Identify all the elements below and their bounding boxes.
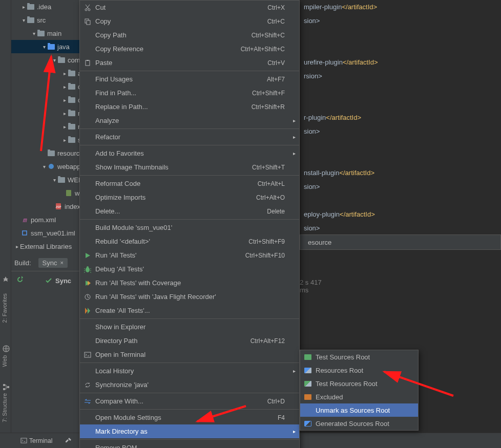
folder-icon xyxy=(27,16,35,24)
submenu-item-excluded[interactable]: Excluded xyxy=(300,390,418,403)
menu-item-create-tests[interactable]: Create 'All Tests'... xyxy=(80,304,299,317)
menu-item-local-history[interactable]: Local History ▸ xyxy=(80,364,299,378)
svg-rect-12 xyxy=(87,20,90,25)
rail-structure[interactable]: 7: Structure xyxy=(0,389,9,426)
folder-icon xyxy=(37,29,45,37)
menu-item-mark-directory-as[interactable]: Mark Directory as ▸ xyxy=(80,424,299,438)
menu-item-show-explorer[interactable]: Show in Explorer xyxy=(80,320,299,334)
jfr-icon xyxy=(80,293,95,301)
hammer-icon xyxy=(65,437,72,444)
menu-item-cut[interactable]: Cut Ctrl+X xyxy=(80,1,299,14)
menu-item-debug[interactable]: Debug 'All Tests' xyxy=(80,262,299,276)
submenu-arrow-icon: ▸ xyxy=(289,368,299,374)
svg-rect-1 xyxy=(3,384,5,386)
svg-rect-13 xyxy=(86,60,90,66)
terminal-tool-button[interactable]: Terminal xyxy=(20,437,52,444)
menu-item-build-module[interactable]: Build Module 'ssm_vue01' xyxy=(80,221,299,234)
tree-label: .idea xyxy=(37,3,51,11)
menu-item-run[interactable]: Run 'All Tests' Ctrl+Shift+F10 xyxy=(80,248,299,262)
package-icon xyxy=(68,82,76,91)
close-icon[interactable]: × xyxy=(60,260,63,266)
menu-item-synchronize[interactable]: Synchronize 'java' xyxy=(80,378,299,392)
menu-item-reformat[interactable]: Reformat Code Ctrl+Alt+L xyxy=(80,177,299,190)
expand-arrow-icon[interactable]: ▸ xyxy=(61,111,68,116)
pin-icon[interactable] xyxy=(1,274,11,285)
sync-icon xyxy=(80,381,95,389)
build-tab[interactable]: Sync × xyxy=(38,258,68,268)
menu-item-delete[interactable]: Delete... Delete xyxy=(80,204,299,218)
tree-label: java xyxy=(57,43,70,51)
build-time: 2 s 417 ms xyxy=(300,279,322,294)
expand-arrow-icon[interactable]: ▸ xyxy=(61,71,68,76)
submenu-item-test-resources[interactable]: Test Resources Root xyxy=(300,377,418,390)
menu-item-run-coverage[interactable]: Run 'All Tests' with Coverage xyxy=(80,276,299,290)
mark-directory-submenu: Test Sources Root Resources Root Test Re… xyxy=(300,350,419,431)
lower-tab[interactable]: esource xyxy=(300,234,501,250)
tree-label: ssm_vue01.iml xyxy=(31,229,75,237)
expand-arrow-icon[interactable]: ▾ xyxy=(51,177,57,183)
expand-arrow-icon[interactable]: ▸ xyxy=(61,124,68,130)
menu-item-analyze[interactable]: Analyze ▸ xyxy=(80,114,299,127)
menu-item-paste[interactable]: Paste Ctrl+V xyxy=(80,56,299,70)
run-icon xyxy=(80,252,95,259)
build-tool-button[interactable] xyxy=(65,437,72,444)
menu-item-directory-path[interactable]: Directory Path Ctrl+Alt+F12 xyxy=(80,334,299,348)
expand-arrow-icon[interactable]: ▾ xyxy=(51,57,57,63)
submenu-arrow-icon: ▸ xyxy=(289,429,299,434)
menu-item-optimize-imports[interactable]: Optimize Imports Ctrl+Alt+O xyxy=(80,190,299,204)
menu-item-copy[interactable]: Copy Ctrl+C xyxy=(80,14,299,28)
web-folder-icon xyxy=(47,162,55,170)
svg-rect-19 xyxy=(21,438,27,443)
paste-icon xyxy=(80,59,95,67)
expand-arrow-icon[interactable]: ▸ xyxy=(61,84,68,90)
tree-label: External Libraries xyxy=(20,243,72,250)
svg-point-10 xyxy=(88,9,90,11)
context-menu: Cut Ctrl+X Copy Ctrl+C Copy Path Ctrl+Sh… xyxy=(79,0,300,448)
menu-item-remove-bom[interactable]: Remove BOM xyxy=(80,441,299,448)
menu-item-copy-reference[interactable]: Copy Reference Ctrl+Alt+Shift+C xyxy=(80,42,299,56)
jsp-file-icon: JSP xyxy=(54,202,62,210)
xml-file-icon xyxy=(65,189,73,197)
expand-arrow-icon[interactable]: ▾ xyxy=(20,17,27,23)
expand-arrow-icon[interactable]: ▸ xyxy=(20,4,27,10)
svg-rect-14 xyxy=(87,60,89,61)
expand-arrow-icon[interactable]: ▸ xyxy=(61,97,68,103)
compare-icon xyxy=(80,398,95,405)
svg-text:JSP: JSP xyxy=(55,205,61,208)
svg-rect-8 xyxy=(23,231,27,235)
build-output: 2 s 417 ms xyxy=(300,250,501,301)
menu-item-compare[interactable]: Compare With... Ctrl+D xyxy=(80,394,299,408)
submenu-arrow-icon: ▸ xyxy=(289,134,299,140)
rail-favorites[interactable]: 2: Favorites xyxy=(0,289,9,327)
menu-item-open-terminal[interactable]: Open in Terminal xyxy=(80,348,299,361)
submenu-item-test-sources[interactable]: Test Sources Root xyxy=(300,350,418,364)
expand-arrow-icon[interactable]: ▸ xyxy=(14,244,20,249)
expand-arrow-icon[interactable]: ▾ xyxy=(41,164,47,169)
test-sources-icon xyxy=(300,354,316,360)
resources-icon xyxy=(300,368,316,373)
menu-item-find-in-path[interactable]: Find in Path... Ctrl+Shift+F xyxy=(80,86,299,100)
expand-arrow-icon[interactable]: ▾ xyxy=(31,31,37,36)
editor-area[interactable]: mpiler-plugin</artifactId> sion> urefire… xyxy=(300,0,501,236)
folder-icon xyxy=(57,176,66,184)
menu-item-refactor[interactable]: Refactor ▸ xyxy=(80,130,299,144)
menu-item-open-module-settings[interactable]: Open Module Settings F4 xyxy=(80,411,299,424)
submenu-item-resources[interactable]: Resources Root xyxy=(300,364,418,377)
tool-window-rail: 2: Favorites Web 7: Structure xyxy=(0,0,11,433)
submenu-item-unmark-sources[interactable]: Unmark as Sources Root xyxy=(300,403,418,417)
tree-label: pom.xml xyxy=(31,216,56,224)
tree-label: index xyxy=(65,203,80,210)
submenu-item-generated-sources[interactable]: Generated Sources Root xyxy=(300,417,418,430)
expand-arrow-icon[interactable]: ▸ xyxy=(61,137,68,143)
tree-label: src xyxy=(37,16,46,24)
rail-web[interactable]: Web xyxy=(0,351,9,371)
menu-item-rebuild[interactable]: Rebuild '<default>' Ctrl+Shift+F9 xyxy=(80,234,299,248)
menu-item-add-favorites[interactable]: Add to Favorites ▸ xyxy=(80,146,299,160)
expand-arrow-icon[interactable]: ▾ xyxy=(41,44,47,50)
menu-item-replace-in-path[interactable]: Replace in Path... Ctrl+Shift+R xyxy=(80,100,299,114)
menu-item-find-usages[interactable]: Find Usages Alt+F7 xyxy=(80,72,299,86)
menu-item-run-jfr[interactable]: Run 'All Tests' with 'Java Flight Record… xyxy=(80,290,299,304)
tree-label: main xyxy=(47,30,61,37)
menu-item-copy-path[interactable]: Copy Path Ctrl+Shift+C xyxy=(80,28,299,42)
menu-item-show-thumbnails[interactable]: Show Image Thumbnails Ctrl+Shift+T xyxy=(80,160,299,174)
